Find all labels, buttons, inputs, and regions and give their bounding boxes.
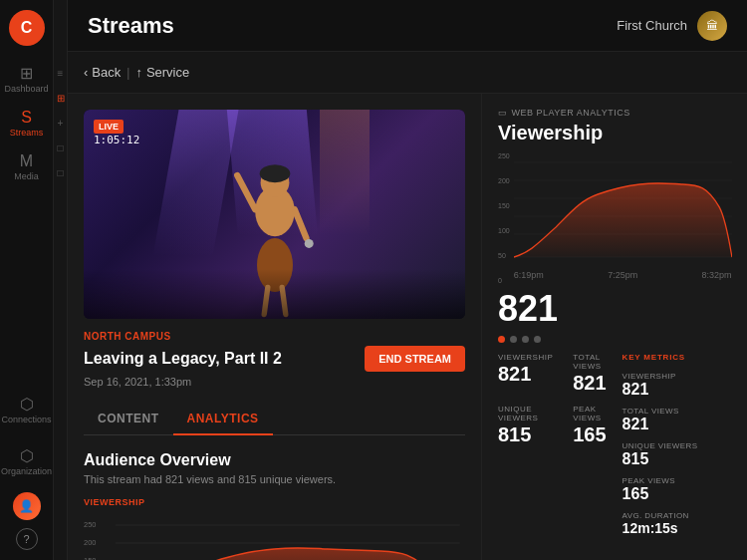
stat-viewership: VIEWERSHIP 821 — [498, 353, 553, 395]
sidebar-item-label: Media — [14, 171, 39, 181]
tabs-bar: CONTENT ANALYTICS — [84, 404, 465, 435]
stat-peak-value: 165 — [573, 423, 606, 446]
viewership-heading: Viewership — [498, 122, 732, 144]
audience-subtitle: This stream had 821 views and 815 unique… — [84, 473, 465, 485]
media-icon: M — [20, 153, 33, 169]
crowd-overlay — [84, 269, 465, 319]
stream-title: Leaving a Legacy, Part II 2 — [84, 350, 282, 368]
metric-avg-name: AVG. DURATION — [622, 511, 732, 520]
sidebar-item-label: Dashboard — [4, 84, 48, 94]
metric-viewership: VIEWERSHIP 821 — [622, 372, 732, 399]
video-background — [84, 110, 465, 319]
sidebar-secondary: ≡ ⊞ + □ □ — [54, 0, 68, 560]
header-right: First Church 🏛 — [617, 11, 727, 41]
stream-title-row: Leaving a Legacy, Part II 2 END STREAM — [84, 346, 465, 372]
svg-text:150: 150 — [84, 556, 96, 560]
live-badge: LIVE — [94, 120, 124, 134]
sidebar-bottom: ⬡ Connections ⬡ Organization 👤 ? — [1, 389, 52, 560]
chart-y-axis: 250 200 150 100 50 0 — [498, 152, 510, 288]
viewership-label: VIEWERSHIP — [84, 497, 465, 507]
big-chart-time-labels: 6:19pm 7:25pm 8:32pm — [514, 270, 732, 280]
pagination-dots — [498, 336, 732, 343]
back-button[interactable]: ‹ Back — [84, 65, 121, 80]
stat-viewership-label: VIEWERSHIP — [498, 353, 553, 362]
breadcrumb-bar: ‹ Back | ↑ Service — [68, 52, 747, 94]
metric-avg-val: 12m:15s — [622, 520, 732, 536]
end-stream-button[interactable]: END STREAM — [365, 346, 465, 372]
metric-total-name: TOTAL VIEWS — [622, 407, 732, 416]
y-label-200: 200 — [498, 177, 510, 184]
big-viewer-count: 821 — [498, 288, 732, 330]
big-chart — [514, 152, 732, 262]
sidebar-item-dashboard[interactable]: ⊞ Dashboard — [0, 58, 53, 102]
y-label-50: 50 — [498, 252, 510, 259]
secondary-box1-icon[interactable]: □ — [54, 142, 68, 153]
metric-viewership-val: 821 — [622, 381, 732, 399]
small-chart-svg: 250 200 150 100 50 0 — [84, 515, 465, 560]
metric-unique-val: 815 — [622, 450, 732, 468]
stat-unique-label: UNIQUE VIEWERS — [498, 405, 553, 422]
page-title: Streams — [88, 13, 617, 39]
y-label-0: 0 — [498, 277, 510, 284]
tab-content[interactable]: CONTENT — [84, 404, 173, 435]
key-metrics-label: KEY METRICS — [622, 353, 732, 362]
app-logo[interactable]: C — [9, 10, 45, 46]
header-username: First Church — [617, 18, 687, 33]
service-link[interactable]: ↑ Service — [135, 65, 189, 80]
sidebar-item-media[interactable]: M Media — [0, 145, 53, 189]
monitor-icon: ▭ — [498, 108, 508, 118]
stats-grid: VIEWERSHIP 821 TOTAL VIEWS 821 UNIQUE VI… — [498, 353, 607, 446]
svg-text:200: 200 — [84, 538, 96, 547]
back-label: Back — [92, 65, 121, 80]
dot-1[interactable] — [498, 336, 505, 343]
stream-date: Sep 16, 2021, 1:33pm — [84, 376, 465, 388]
header-avatar[interactable]: 🏛 — [697, 11, 727, 41]
metric-total-views: TOTAL VIEWS 821 — [622, 407, 732, 433]
content-area: LIVE 1:05:12 NORTH CAMPUS Leaving a Lega… — [68, 94, 747, 560]
metric-peak: PEAK VIEWS 165 — [622, 476, 732, 503]
stat-peak-views: PEAK VIEWS 165 — [573, 405, 606, 446]
dashboard-icon: ⊞ — [20, 66, 33, 82]
dot-2[interactable] — [510, 336, 517, 343]
metric-unique: UNIQUE VIEWERS 815 — [622, 441, 732, 468]
stream-campus: NORTH CAMPUS — [84, 331, 465, 342]
sidebar-item-streams[interactable]: S Streams — [0, 102, 53, 145]
stats-grid-wrapper: VIEWERSHIP 821 TOTAL VIEWS 821 UNIQUE VI… — [498, 353, 607, 546]
y-label-150: 150 — [498, 202, 510, 209]
main-content: Streams First Church 🏛 ‹ Back | ↑ Servic… — [68, 0, 747, 560]
header: Streams First Church 🏛 — [68, 0, 747, 52]
big-chart-time-1: 6:19pm — [514, 270, 544, 280]
dot-3[interactable] — [522, 336, 529, 343]
big-chart-time-3: 8:32pm — [702, 270, 732, 280]
metric-peak-name: PEAK VIEWS — [622, 476, 732, 485]
stream-timer: 1:05:12 — [94, 134, 139, 146]
help-button[interactable]: ? — [16, 528, 38, 550]
sidebar-item-connections[interactable]: ⬡ Connections — [1, 389, 52, 432]
secondary-box2-icon[interactable]: □ — [54, 167, 68, 178]
right-panel: ▭ WEB PLAYER ANALYTICS Viewership 250 20… — [481, 94, 747, 560]
y-label-100: 100 — [498, 227, 510, 234]
video-player[interactable]: LIVE 1:05:12 — [84, 110, 465, 319]
dot-4[interactable] — [534, 336, 541, 343]
stat-total-value: 821 — [573, 372, 606, 395]
stat-total-label: TOTAL VIEWS — [573, 353, 606, 371]
secondary-add-icon[interactable]: + — [54, 118, 68, 129]
streams-icon: S — [21, 110, 32, 126]
tab-analytics[interactable]: ANALYTICS — [173, 404, 273, 435]
svg-point-5 — [304, 239, 313, 248]
audience-title: Audience Overview — [84, 451, 465, 469]
secondary-menu-icon[interactable]: ≡ — [54, 68, 68, 79]
sidebar-item-organization[interactable]: ⬡ Organization — [1, 440, 52, 484]
upload-icon: ↑ — [135, 65, 142, 80]
stat-unique-viewers: UNIQUE VIEWERS 815 — [498, 405, 553, 446]
metric-viewership-name: VIEWERSHIP — [622, 372, 732, 381]
secondary-grid-icon[interactable]: ⊞ — [54, 93, 68, 104]
metric-total-val: 821 — [622, 416, 732, 433]
org-icon: ⬡ — [20, 448, 34, 464]
user-avatar[interactable]: 👤 — [13, 492, 41, 520]
big-chart-time-2: 7:25pm — [608, 270, 637, 280]
service-label: Service — [146, 65, 189, 80]
metric-avg-duration: AVG. DURATION 12m:15s — [622, 511, 732, 536]
sidebar-item-label: Organization — [1, 466, 52, 476]
chevron-left-icon: ‹ — [84, 65, 88, 80]
